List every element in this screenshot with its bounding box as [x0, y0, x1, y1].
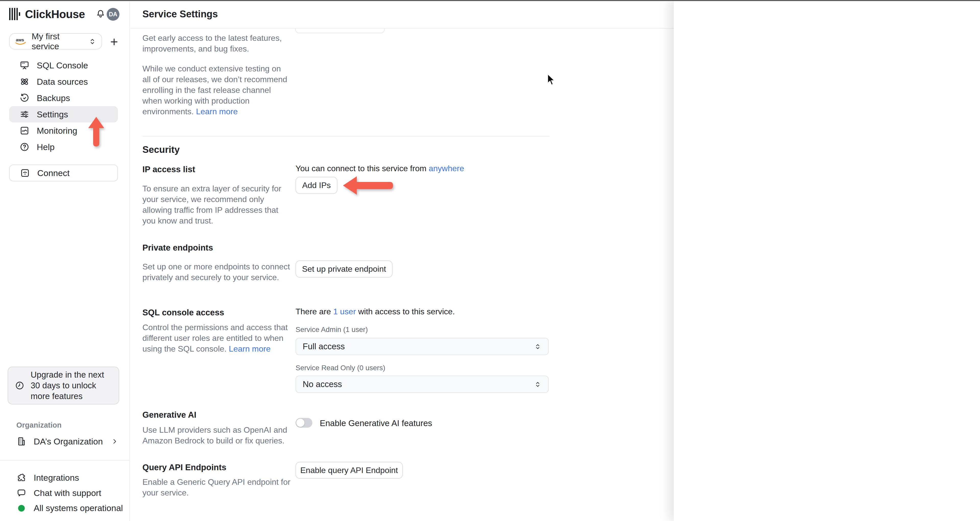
main-content: Service Settings Get early access to the…: [130, 0, 674, 521]
clickhouse-logo-icon: [9, 8, 21, 20]
service-admin-select[interactable]: Full access: [296, 338, 549, 355]
sidebar-item-label: Backups: [37, 93, 70, 103]
sidebar-item-data-sources[interactable]: Data sources: [9, 73, 118, 90]
sidebar-item-sql-console[interactable]: SQL Console: [9, 57, 118, 73]
ip-access-list-title: IP access list: [142, 165, 195, 174]
sidebar-item-label: Chat with support: [34, 488, 101, 498]
mouse-cursor: [547, 73, 558, 88]
organization-building-icon: [16, 436, 27, 446]
sidebar-item-label: Settings: [37, 110, 68, 119]
sidebar-item-label: Data sources: [37, 77, 88, 87]
release-learn-more-link[interactable]: Learn more: [196, 107, 238, 116]
sidebar-item-backups[interactable]: Backups: [9, 90, 118, 106]
organization-name: DA’s Organization: [34, 437, 103, 446]
toggle-knob: [296, 419, 304, 427]
backups-history-icon: [19, 93, 30, 103]
chevron-updown-icon: [88, 37, 97, 45]
ip-access-status: You can connect to this service from any…: [296, 164, 464, 173]
avatar[interactable]: DA: [107, 8, 119, 21]
notifications-bell-icon[interactable]: [95, 9, 106, 19]
sql-console-icon: [19, 60, 30, 70]
screen-top-edge: [0, 0, 980, 1]
ip-access-status-text: You can connect to this service from: [296, 164, 429, 173]
annotation-arrow-up: [87, 117, 105, 148]
organization-section-label: Organization: [16, 421, 62, 429]
settings-sliders-icon: [19, 109, 30, 119]
generative-ai-title: Generative AI: [142, 410, 197, 420]
ip-access-list-panel: IP Access List To ensure an extra layer …: [674, 0, 980, 521]
aws-provider-icon: aws: [15, 37, 27, 46]
brand-title: ClickHouse: [25, 8, 85, 21]
system-status[interactable]: All systems operational: [16, 503, 123, 513]
page-title: Service Settings: [142, 9, 218, 20]
generative-ai-toggle[interactable]: [296, 418, 312, 427]
one-user-link[interactable]: 1 user: [333, 307, 356, 316]
sidebar-item-label: Help: [37, 142, 55, 152]
chevron-updown-icon: [534, 343, 542, 350]
sidebar-divider: [0, 460, 130, 461]
chat-bubble-icon: [16, 488, 27, 498]
add-service-button[interactable]: +: [110, 34, 118, 49]
ip-access-description: To ensure an extra layer of security for…: [142, 183, 286, 226]
service-readonly-select[interactable]: No access: [296, 376, 549, 393]
query-api-description: Enable a Generic Query API endpoint for …: [142, 477, 290, 498]
generative-ai-description: Use LLM providers such as OpenAI and Ama…: [142, 424, 290, 446]
security-heading: Security: [142, 145, 180, 155]
annotation-arrow-left: [343, 174, 393, 198]
monitoring-chart-icon: [19, 125, 30, 136]
private-endpoints-description: Set up one or more endpoints to connect …: [142, 261, 290, 283]
sql-access-learn-more-link[interactable]: Learn more: [229, 344, 271, 353]
chevron-right-icon: [111, 438, 118, 445]
setup-private-endpoint-button[interactable]: Set up private endpoint: [296, 260, 393, 278]
query-api-title: Query API Endpoints: [142, 462, 226, 472]
sidebar-item-label: Integrations: [34, 473, 79, 483]
data-sources-icon: [19, 76, 30, 87]
connect-icon: [20, 168, 30, 178]
main-header: Service Settings: [130, 0, 674, 29]
clickhouse-cloud-app: ClickHouse DA aws My first service +: [0, 0, 980, 521]
chevron-updown-icon: [534, 380, 542, 388]
upgrade-text: Upgrade in the next 30 days to unlock mo…: [30, 369, 112, 402]
sidebar-item-chat-support[interactable]: Chat with support: [16, 488, 101, 498]
sql-access-description: Control the permissions and access that …: [142, 322, 288, 354]
release-channel-select-cutoff[interactable]: [295, 29, 385, 33]
svg-text:aws: aws: [16, 38, 24, 42]
section-divider: [142, 136, 549, 137]
service-admin-label: Service Admin (1 user): [296, 326, 368, 334]
release-channel-intro: Get early access to the latest features,…: [142, 33, 290, 54]
sidebar: ClickHouse DA aws My first service +: [0, 0, 130, 521]
sidebar-item-integrations[interactable]: Integrations: [16, 473, 79, 483]
sidebar-item-label: Monitoring: [37, 126, 77, 136]
service-selector[interactable]: aws My first service: [9, 33, 102, 49]
status-label: All systems operational: [34, 503, 123, 513]
release-channel-note: While we conduct extensive testing on al…: [142, 63, 290, 117]
service-readonly-label: Service Read Only (0 users): [296, 364, 385, 372]
sql-console-access-title: SQL console access: [142, 308, 224, 318]
status-green-dot-icon: [16, 505, 27, 511]
organization-item[interactable]: DA’s Organization: [16, 436, 118, 446]
sql-access-status: There are 1 user with access to this ser…: [296, 307, 455, 316]
add-ips-button[interactable]: Add IPs: [296, 177, 337, 194]
clock-icon: [15, 381, 24, 390]
enable-query-api-button[interactable]: Enable query API Endpoint: [296, 462, 403, 479]
service-name: My first service: [32, 32, 84, 51]
help-icon: [19, 142, 30, 152]
sql-access-status-prefix: There are: [296, 307, 333, 316]
connect-label: Connect: [37, 168, 70, 178]
anywhere-link[interactable]: anywhere: [429, 164, 464, 173]
connect-button[interactable]: Connect: [9, 165, 118, 181]
integrations-puzzle-icon: [16, 473, 27, 483]
service-readonly-value: No access: [303, 380, 342, 389]
sidebar-item-label: SQL Console: [37, 60, 88, 70]
sql-access-status-suffix: with access to this service.: [356, 307, 455, 316]
private-endpoints-title: Private endpoints: [142, 243, 213, 253]
service-admin-value: Full access: [303, 342, 345, 351]
generative-ai-toggle-label: Enable Generative AI features: [320, 418, 432, 428]
upgrade-notice[interactable]: Upgrade in the next 30 days to unlock mo…: [8, 367, 119, 404]
